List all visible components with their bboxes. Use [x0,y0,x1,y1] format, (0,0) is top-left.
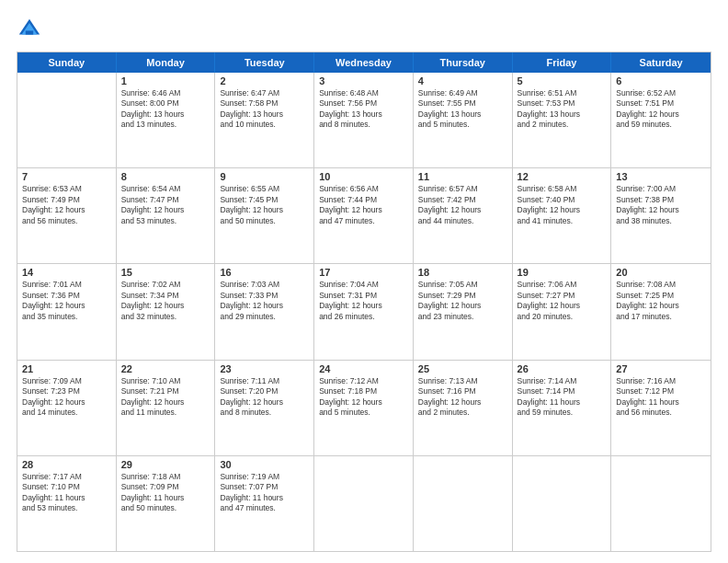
calendar-cell: 14Sunrise: 7:01 AM Sunset: 7:36 PM Dayli… [17,264,117,359]
calendar-cell: 30Sunrise: 7:19 AM Sunset: 7:07 PM Dayli… [215,456,314,551]
day-number: 5 [518,75,607,86]
calendar-cell: 24Sunrise: 7:12 AM Sunset: 7:18 PM Dayli… [314,361,414,455]
day-number: 4 [418,75,507,86]
calendar-cell: 27Sunrise: 7:16 AM Sunset: 7:12 PM Dayli… [611,361,711,455]
cell-content: Sunrise: 7:12 AM Sunset: 7:18 PM Dayligh… [319,376,408,419]
day-number: 3 [319,75,408,86]
cell-content: Sunrise: 6:49 AM Sunset: 7:55 PM Dayligh… [418,88,507,131]
cell-content: Sunrise: 6:54 AM Sunset: 7:47 PM Dayligh… [121,184,210,226]
calendar-cell: 21Sunrise: 7:09 AM Sunset: 7:23 PM Dayli… [17,361,117,455]
calendar-cell [17,73,117,167]
day-number: 21 [22,363,111,374]
day-number: 12 [518,171,607,182]
calendar-row-2: 14Sunrise: 7:01 AM Sunset: 7:36 PM Dayli… [17,264,711,360]
day-header-thursday: Thursday [414,52,513,73]
calendar-cell: 2Sunrise: 6:47 AM Sunset: 7:58 PM Daylig… [215,73,314,167]
day-number: 1 [121,75,210,86]
day-number: 22 [121,363,210,374]
calendar-cell: 11Sunrise: 6:57 AM Sunset: 7:42 PM Dayli… [414,168,513,263]
cell-content: Sunrise: 7:16 AM Sunset: 7:12 PM Dayligh… [616,376,706,419]
calendar-cell: 1Sunrise: 6:46 AM Sunset: 8:00 PM Daylig… [117,73,216,167]
calendar-cell: 17Sunrise: 7:04 AM Sunset: 7:31 PM Dayli… [314,264,414,359]
cell-content: Sunrise: 7:03 AM Sunset: 7:33 PM Dayligh… [220,280,309,322]
day-header-monday: Monday [117,52,216,73]
calendar-cell: 18Sunrise: 7:05 AM Sunset: 7:29 PM Dayli… [414,264,513,359]
day-number: 14 [22,267,111,278]
calendar-cell [513,456,612,551]
cell-content: Sunrise: 6:47 AM Sunset: 7:58 PM Dayligh… [220,88,309,131]
cell-content: Sunrise: 7:10 AM Sunset: 7:21 PM Dayligh… [121,376,210,419]
logo-icon [17,17,42,42]
calendar-cell: 26Sunrise: 7:14 AM Sunset: 7:14 PM Dayli… [513,361,612,455]
cell-content: Sunrise: 6:53 AM Sunset: 7:49 PM Dayligh… [22,184,111,226]
cell-content: Sunrise: 7:08 AM Sunset: 7:25 PM Dayligh… [616,280,706,322]
calendar-cell: 7Sunrise: 6:53 AM Sunset: 7:49 PM Daylig… [17,168,117,263]
calendar-cell [314,456,414,551]
cell-content: Sunrise: 6:56 AM Sunset: 7:44 PM Dayligh… [319,184,408,226]
cell-content: Sunrise: 7:02 AM Sunset: 7:34 PM Dayligh… [121,280,210,322]
calendar: SundayMondayTuesdayWednesdayThursdayFrid… [17,52,711,552]
cell-content: Sunrise: 6:52 AM Sunset: 7:51 PM Dayligh… [616,88,706,131]
cell-content: Sunrise: 7:09 AM Sunset: 7:23 PM Dayligh… [22,376,111,419]
day-number: 24 [319,363,408,374]
day-number: 17 [319,267,408,278]
cell-content: Sunrise: 6:55 AM Sunset: 7:45 PM Dayligh… [220,184,309,226]
day-number: 27 [616,363,706,374]
calendar-cell: 23Sunrise: 7:11 AM Sunset: 7:20 PM Dayli… [215,361,314,455]
day-number: 20 [616,267,706,278]
calendar-cell: 19Sunrise: 7:06 AM Sunset: 7:27 PM Dayli… [513,264,612,359]
cell-content: Sunrise: 7:18 AM Sunset: 7:09 PM Dayligh… [121,472,210,514]
day-header-friday: Friday [513,52,612,73]
calendar-cell: 8Sunrise: 6:54 AM Sunset: 7:47 PM Daylig… [117,168,216,263]
calendar-cell: 28Sunrise: 7:17 AM Sunset: 7:10 PM Dayli… [17,456,117,551]
day-header-wednesday: Wednesday [314,52,414,73]
day-number: 19 [518,267,607,278]
calendar-row-4: 28Sunrise: 7:17 AM Sunset: 7:10 PM Dayli… [17,456,711,551]
day-header-sunday: Sunday [17,52,117,73]
calendar-row-1: 7Sunrise: 6:53 AM Sunset: 7:49 PM Daylig… [17,168,711,264]
day-number: 13 [616,171,706,182]
day-header-tuesday: Tuesday [215,52,314,73]
calendar-cell: 15Sunrise: 7:02 AM Sunset: 7:34 PM Dayli… [117,264,216,359]
svg-rect-2 [26,30,33,34]
calendar-cell: 4Sunrise: 6:49 AM Sunset: 7:55 PM Daylig… [414,73,513,167]
calendar-body: 1Sunrise: 6:46 AM Sunset: 8:00 PM Daylig… [17,73,711,551]
calendar-cell [414,456,513,551]
calendar-cell: 13Sunrise: 7:00 AM Sunset: 7:38 PM Dayli… [611,168,711,263]
calendar-cell: 25Sunrise: 7:13 AM Sunset: 7:16 PM Dayli… [414,361,513,455]
cell-content: Sunrise: 7:04 AM Sunset: 7:31 PM Dayligh… [319,280,408,322]
day-number: 11 [418,171,507,182]
cell-content: Sunrise: 7:13 AM Sunset: 7:16 PM Dayligh… [418,376,507,419]
day-number: 9 [220,171,309,182]
day-number: 7 [22,171,111,182]
day-number: 28 [22,459,111,470]
cell-content: Sunrise: 7:01 AM Sunset: 7:36 PM Dayligh… [22,280,111,322]
calendar-row-0: 1Sunrise: 6:46 AM Sunset: 8:00 PM Daylig… [17,73,711,168]
calendar-cell: 10Sunrise: 6:56 AM Sunset: 7:44 PM Dayli… [314,168,414,263]
cell-content: Sunrise: 7:05 AM Sunset: 7:29 PM Dayligh… [418,280,507,322]
calendar-cell: 9Sunrise: 6:55 AM Sunset: 7:45 PM Daylig… [215,168,314,263]
cell-content: Sunrise: 7:06 AM Sunset: 7:27 PM Dayligh… [518,280,607,322]
cell-content: Sunrise: 6:46 AM Sunset: 8:00 PM Dayligh… [121,88,210,131]
day-number: 29 [121,459,210,470]
page: SundayMondayTuesdayWednesdayThursdayFrid… [0,0,728,563]
calendar-cell: 22Sunrise: 7:10 AM Sunset: 7:21 PM Dayli… [117,361,216,455]
cell-content: Sunrise: 7:17 AM Sunset: 7:10 PM Dayligh… [22,472,111,514]
day-number: 8 [121,171,210,182]
calendar-cell: 5Sunrise: 6:51 AM Sunset: 7:53 PM Daylig… [513,73,612,167]
day-number: 23 [220,363,309,374]
cell-content: Sunrise: 6:48 AM Sunset: 7:56 PM Dayligh… [319,88,408,131]
day-number: 25 [418,363,507,374]
logo [17,17,46,42]
calendar-cell: 16Sunrise: 7:03 AM Sunset: 7:33 PM Dayli… [215,264,314,359]
calendar-cell: 6Sunrise: 6:52 AM Sunset: 7:51 PM Daylig… [611,73,711,167]
day-number: 30 [220,459,309,470]
day-number: 16 [220,267,309,278]
cell-content: Sunrise: 7:19 AM Sunset: 7:07 PM Dayligh… [220,472,309,514]
cell-content: Sunrise: 6:57 AM Sunset: 7:42 PM Dayligh… [418,184,507,226]
calendar-cell: 3Sunrise: 6:48 AM Sunset: 7:56 PM Daylig… [314,73,414,167]
header [17,17,711,42]
cell-content: Sunrise: 6:58 AM Sunset: 7:40 PM Dayligh… [518,184,607,226]
calendar-cell [611,456,711,551]
cell-content: Sunrise: 7:14 AM Sunset: 7:14 PM Dayligh… [518,376,607,419]
